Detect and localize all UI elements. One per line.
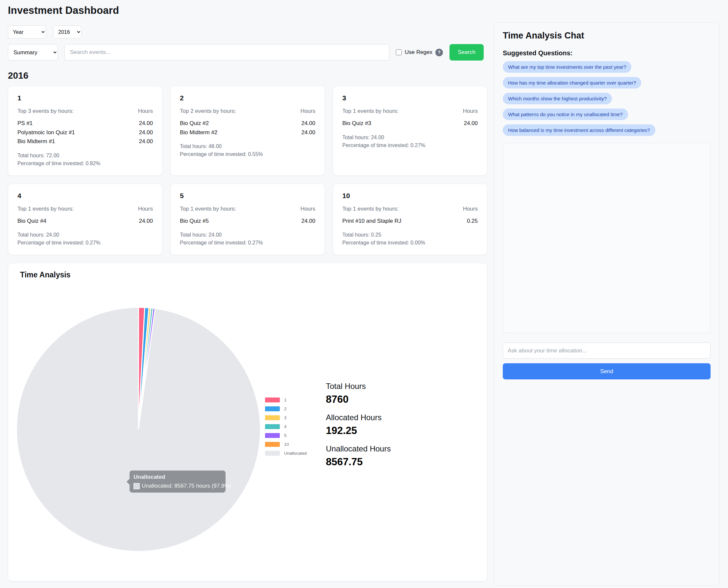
use-regex-checkbox[interactable] [396,49,402,55]
pie-chart-svg [15,306,262,553]
view-mode-select[interactable]: Summary [8,44,58,61]
card-percentage: Percentage of time invested: 0.00% [342,239,478,247]
event-name: Bio Quiz #3 [342,119,371,128]
events-header: Top 1 events by hours:Hours [342,108,478,114]
month-card-title: 4 [17,192,153,200]
legend-label: 5 [284,433,286,438]
event-hours: 24.00 [139,216,153,226]
event-row: Bio Quiz #524.00 [180,216,315,226]
stat-block: Total Hours8760 [326,382,391,405]
legend-label: 2 [284,406,286,411]
legend-item[interactable]: 4 [265,424,307,429]
event-row: PS #124.00 [17,119,153,128]
tooltip-caret-icon [127,479,130,485]
chart-legend: 1234510Unallocated [265,398,307,460]
suggested-question-pill[interactable]: What patterns do you notice in my unallo… [503,109,628,120]
event-hours: 24.00 [301,216,315,226]
legend-item[interactable]: 10 [265,442,307,447]
stat-label: Total Hours [326,382,391,391]
event-hours: 24.00 [139,119,153,128]
legend-item[interactable]: Unallocated [265,451,307,456]
card-percentage: Percentage of time invested: 0.27% [342,142,478,149]
legend-label: 10 [284,442,289,447]
help-icon[interactable]: ? [435,49,443,56]
card-footer: Total hours: 0.25Percentage of time inve… [342,231,478,247]
suggested-question-pill[interactable]: What are my top time investments over th… [503,61,631,73]
month-card: 1Top 3 events by hours:HoursPS #124.00Po… [8,86,162,176]
legend-swatch [265,424,280,429]
chart-stats: Total Hours8760Allocated Hours192.25Unal… [326,382,391,476]
legend-item[interactable]: 5 [265,433,307,438]
chat-title: Time Analysis Chat [503,30,711,41]
legend-label: Unallocated [284,451,307,456]
time-analysis-card: Time Analysis Unallocated Unallocated: 8… [8,263,487,582]
event-row: Bio Quiz #424.00 [17,216,153,226]
events-header-hours: Hours [138,108,153,114]
month-cards-grid: 1Top 3 events by hours:HoursPS #124.00Po… [8,86,487,255]
event-row: Bio Midterm #124.00 [17,137,153,146]
time-allocation-pie-chart[interactable]: Unallocated Unallocated: 8567.75 hours (… [15,306,262,553]
stat-block: Unallocated Hours8567.75 [326,444,391,468]
stat-value: 192.25 [326,425,391,437]
month-card: 3Top 1 events by hours:HoursBio Quiz #32… [333,86,487,176]
month-card-title: 1 [17,94,153,102]
card-footer: Total hours: 72.00Percentage of time inv… [17,152,153,167]
card-percentage: Percentage of time invested: 0.55% [180,150,315,158]
search-button[interactable]: Search [449,44,484,61]
suggested-question-pill[interactable]: How has my time allocation changed quart… [503,77,641,88]
search-input[interactable] [64,44,389,61]
event-row: Polyatmoic Ion Quiz #124.00 [17,128,153,137]
event-hours: 24.00 [464,119,478,128]
tooltip-title: Unallocated [133,474,222,480]
page-title: Investment Dashboard [8,5,487,17]
suggested-question-pill[interactable]: How balanced is my time investment acros… [503,124,655,136]
event-hours: 0.25 [467,216,478,226]
event-hours: 24.00 [301,128,315,137]
pie-slice-Unallocated[interactable] [17,307,260,551]
period-type-select[interactable]: Year [8,25,46,39]
card-total-hours: Total hours: 48.00 [180,143,315,150]
suggested-questions-list: What are my top time investments over th… [503,61,711,136]
card-percentage: Percentage of time invested: 0.27% [17,239,153,247]
event-hours: 24.00 [139,137,153,146]
use-regex-label: Use Regex [405,49,433,56]
time-analysis-heading: Time Analysis [20,271,70,279]
month-card-title: 10 [342,192,478,200]
period-value-select[interactable]: 2016 [53,25,82,39]
card-footer: Total hours: 24.00Percentage of time inv… [342,133,478,149]
card-total-hours: Total hours: 24.00 [342,133,478,142]
tooltip-row: Unallocated: 8567.75 hours (97.8%) [133,483,222,489]
chat-input[interactable] [503,342,711,359]
events-header: Top 1 events by hours:Hours [180,206,315,212]
stat-value: 8760 [326,394,391,405]
card-total-hours: Total hours: 24.00 [17,231,153,239]
legend-item[interactable]: 1 [265,398,307,402]
legend-item[interactable]: 2 [265,406,307,411]
chat-messages-area [503,143,711,333]
tooltip-text: Unallocated: 8567.75 hours (97.8%) [142,483,231,489]
events-header-hours: Hours [301,108,315,114]
event-row: Print #10 and Staple RJ0.25 [342,216,478,226]
legend-item[interactable]: 3 [265,415,307,420]
event-name: PS #1 [17,119,32,128]
events-header: Top 1 events by hours:Hours [17,206,153,212]
month-card-title: 3 [342,94,478,102]
event-name: Bio Midterm #1 [17,137,55,146]
month-card: 5Top 1 events by hours:HoursBio Quiz #52… [170,184,325,255]
legend-swatch [265,406,280,411]
stat-label: Unallocated Hours [326,444,391,454]
send-button[interactable]: Send [503,363,711,379]
legend-label: 1 [284,398,286,402]
legend-swatch [265,415,280,420]
stat-block: Allocated Hours192.25 [326,413,391,437]
card-percentage: Percentage of time invested: 0.27% [180,239,315,247]
legend-swatch [265,451,280,456]
card-total-hours: Total hours: 24.00 [180,231,315,239]
card-footer: Total hours: 24.00Percentage of time inv… [17,231,153,247]
event-name: Bio Quiz #5 [180,216,209,226]
use-regex-group: Use Regex ? [396,49,443,56]
suggested-question-pill[interactable]: Which months show the highest productivi… [503,93,612,104]
events-header-hours: Hours [138,206,153,212]
month-card: 4Top 1 events by hours:HoursBio Quiz #42… [8,184,162,255]
events-header: Top 3 events by hours:Hours [17,108,153,114]
